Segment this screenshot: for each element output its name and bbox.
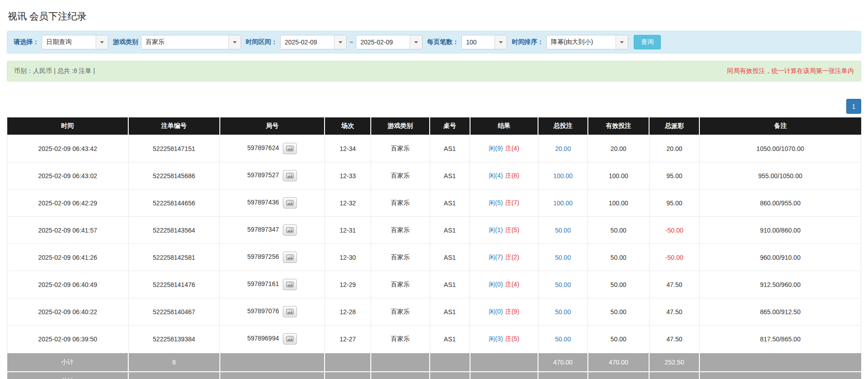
date-range-label: 时间区间：	[246, 38, 277, 46]
video-replay-button[interactable]	[283, 143, 297, 154]
cell-time: 2025-02-09 06:42:29	[7, 190, 129, 217]
table-row: 2025-02-09 06:40:49 522258141476 5978971…	[7, 271, 861, 298]
cell-game-type: 百家乐	[371, 244, 430, 271]
cell-total-bet: 100.00	[538, 190, 587, 217]
cell-bet-id: 522258142581	[128, 244, 220, 271]
cell-payout: -50.00	[649, 217, 699, 244]
summary-cell: 小计	[7, 353, 129, 372]
video-replay-button[interactable]	[283, 170, 297, 181]
round-id: 597897161	[247, 280, 279, 287]
total-bet-link[interactable]: 50.00	[555, 254, 571, 261]
total-bet-link[interactable]: 100.00	[553, 199, 573, 207]
date-from-select	[280, 35, 347, 49]
result-banker: 庄(7)	[505, 199, 519, 206]
cell-time: 2025-02-09 06:40:22	[7, 298, 129, 326]
column-header: 游戏类别	[371, 117, 430, 135]
date-query-caret-button[interactable]	[96, 35, 108, 49]
column-header: 桌号	[430, 117, 470, 135]
summary-cell: 470.00	[588, 372, 650, 379]
summary-cell	[220, 372, 325, 379]
cell-bet-id: 522258139384	[128, 326, 220, 353]
date-query-select	[42, 35, 108, 49]
date-to-input[interactable]	[356, 35, 410, 49]
date-from-input[interactable]	[281, 35, 334, 49]
cell-valid-bet: 50.00	[588, 326, 650, 353]
cell-time: 2025-02-09 06:43:42	[7, 135, 129, 162]
date-query-input[interactable]	[42, 35, 96, 49]
total-bet-link[interactable]: 50.00	[555, 227, 571, 234]
result-banker: 庄(8)	[505, 172, 519, 179]
video-replay-button[interactable]	[283, 224, 297, 236]
pagination-page-1-button[interactable]: 1	[846, 99, 861, 114]
cell-game-type: 百家乐	[371, 217, 430, 244]
chevron-down-icon	[100, 41, 104, 44]
summary-cell	[371, 372, 430, 379]
subtotal-row: 小计8470.00470.00252.50	[7, 353, 861, 372]
result-player: 闲(3)	[489, 335, 503, 342]
summary-cell	[470, 353, 538, 372]
total-bet-link[interactable]: 20.00	[555, 145, 571, 152]
cell-result: 闲(4)庄(8)	[470, 162, 538, 190]
video-replay-icon	[286, 282, 294, 287]
video-replay-button[interactable]	[283, 252, 297, 263]
total-bet-link[interactable]: 50.00	[555, 308, 571, 316]
summary-cell: 252.50	[649, 353, 699, 372]
cell-table-no: AS1	[430, 271, 470, 298]
cell-payout: -50.00	[649, 244, 699, 271]
sort-order-caret-button[interactable]	[616, 35, 628, 49]
cell-round-id: 597896994	[220, 326, 325, 353]
table-row: 2025-02-09 06:39:50 522258139384 5978969…	[7, 326, 861, 353]
cell-note: 1050.00/1070.00	[699, 135, 861, 162]
cell-table-no: AS1	[430, 326, 470, 353]
cell-bet-id: 522258141476	[128, 271, 220, 298]
cell-table-no: AS1	[430, 190, 470, 217]
summary-cell: 470.00	[538, 372, 587, 379]
summary-cell	[430, 353, 470, 372]
date-to-caret-button[interactable]	[410, 35, 422, 49]
video-replay-button[interactable]	[283, 333, 297, 345]
cell-payout: 95.00	[649, 190, 699, 217]
table-header-row: 时间注单编号局号场次游戏类别桌号结果总投注有效投注总派彩备注	[7, 117, 861, 135]
summary-cell: 总计	[7, 372, 129, 379]
table-row: 2025-02-09 06:43:42 522258147151 5978976…	[7, 135, 861, 162]
column-header: 有效投注	[588, 117, 650, 135]
game-type-caret-button[interactable]	[228, 35, 241, 49]
cell-session: 12-31	[325, 217, 371, 244]
page-size-input[interactable]	[462, 35, 495, 49]
column-header: 总派彩	[649, 117, 699, 135]
filter-bar: 请选择： 游戏类别 时间区间： ~ 每页笔数： 时间排序：	[7, 31, 861, 53]
cell-total-bet: 50.00	[538, 298, 587, 326]
game-type-input[interactable]	[141, 35, 228, 49]
cell-game-type: 百家乐	[371, 298, 430, 326]
table-row: 2025-02-09 06:41:26 522258142581 5978972…	[7, 244, 861, 271]
sort-order-select	[546, 35, 628, 49]
video-replay-icon	[286, 173, 294, 179]
cell-round-id: 597897527	[220, 162, 325, 190]
chevron-down-icon	[339, 41, 342, 44]
chevron-down-icon	[499, 41, 503, 44]
total-bet-link[interactable]: 100.00	[553, 172, 573, 180]
total-bet-link[interactable]: 50.00	[555, 281, 571, 288]
cell-table-no: AS1	[430, 217, 470, 244]
video-replay-button[interactable]	[283, 279, 297, 290]
search-button[interactable]: 查询	[634, 35, 661, 49]
table-body: 2025-02-09 06:43:42 522258147151 5978976…	[7, 135, 861, 353]
video-replay-button[interactable]	[283, 306, 297, 317]
round-id: 597897624	[247, 144, 279, 151]
total-bet-link[interactable]: 50.00	[555, 335, 571, 343]
cell-payout: 20.00	[649, 135, 699, 162]
date-from-caret-button[interactable]	[334, 35, 346, 49]
cell-table-no: AS1	[430, 162, 470, 190]
column-header: 局号	[220, 117, 325, 135]
cell-result: 闲(9)庄(4)	[470, 135, 538, 162]
sort-order-input[interactable]	[547, 35, 616, 49]
video-replay-icon	[286, 336, 294, 342]
cell-time: 2025-02-09 06:40:49	[7, 271, 129, 298]
page-size-caret-button[interactable]	[495, 35, 507, 49]
video-replay-button[interactable]	[283, 197, 297, 209]
cell-round-id: 597897624	[220, 135, 325, 162]
table-footer: 小计8470.00470.00252.50总计8470.00470.00252.…	[7, 353, 861, 379]
betting-records-table: 时间注单编号局号场次游戏类别桌号结果总投注有效投注总派彩备注 2025-02-0…	[7, 117, 861, 379]
cell-time: 2025-02-09 06:41:26	[7, 244, 129, 271]
video-replay-icon	[286, 200, 294, 206]
